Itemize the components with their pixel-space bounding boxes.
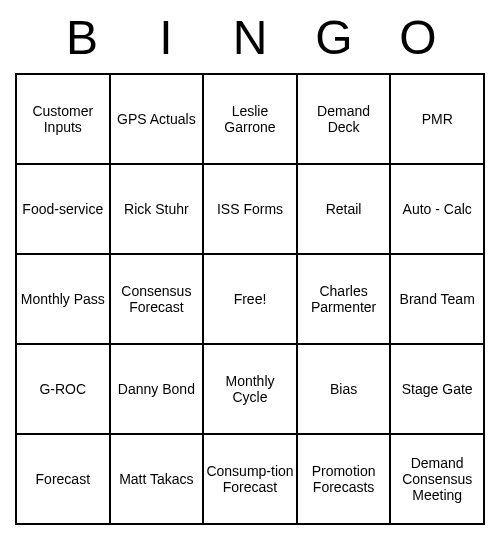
bingo-cell[interactable]: Stage Gate — [390, 344, 484, 434]
bingo-cell[interactable]: Promotion Forecasts — [297, 434, 391, 524]
header-letter-o: O — [376, 10, 460, 65]
bingo-cell[interactable]: Consensus Forecast — [110, 254, 204, 344]
bingo-row: G-ROC Danny Bond Monthly Cycle Bias Stag… — [16, 344, 484, 434]
header-letter-b: B — [40, 10, 124, 65]
bingo-row: Customer Inputs GPS Actuals Leslie Garro… — [16, 74, 484, 164]
bingo-row: Monthly Pass Consensus Forecast Free! Ch… — [16, 254, 484, 344]
header-letter-i: I — [124, 10, 208, 65]
bingo-header: B I N G O — [15, 10, 485, 65]
bingo-cell-free[interactable]: Free! — [203, 254, 297, 344]
bingo-cell[interactable]: PMR — [390, 74, 484, 164]
bingo-card: Customer Inputs GPS Actuals Leslie Garro… — [15, 73, 485, 525]
bingo-cell[interactable]: Retail — [297, 164, 391, 254]
bingo-cell[interactable]: Rick Stuhr — [110, 164, 204, 254]
bingo-row: Forecast Matt Takacs Consump-tion Foreca… — [16, 434, 484, 524]
bingo-cell[interactable]: G-ROC — [16, 344, 110, 434]
header-letter-n: N — [208, 10, 292, 65]
bingo-cell[interactable]: Demand Consensus Meeting — [390, 434, 484, 524]
bingo-cell[interactable]: Monthly Cycle — [203, 344, 297, 434]
bingo-cell[interactable]: Auto - Calc — [390, 164, 484, 254]
bingo-cell[interactable]: GPS Actuals — [110, 74, 204, 164]
bingo-cell[interactable]: Charles Parmenter — [297, 254, 391, 344]
bingo-cell[interactable]: ISS Forms — [203, 164, 297, 254]
bingo-cell[interactable]: Matt Takacs — [110, 434, 204, 524]
bingo-cell[interactable]: Leslie Garrone — [203, 74, 297, 164]
bingo-cell[interactable]: Consump-tion Forecast — [203, 434, 297, 524]
bingo-cell[interactable]: Customer Inputs — [16, 74, 110, 164]
bingo-cell[interactable]: Monthly Pass — [16, 254, 110, 344]
bingo-cell[interactable]: Danny Bond — [110, 344, 204, 434]
bingo-cell[interactable]: Forecast — [16, 434, 110, 524]
bingo-cell[interactable]: Brand Team — [390, 254, 484, 344]
bingo-cell[interactable]: Demand Deck — [297, 74, 391, 164]
bingo-row: Food-service Rick Stuhr ISS Forms Retail… — [16, 164, 484, 254]
header-letter-g: G — [292, 10, 376, 65]
bingo-cell[interactable]: Food-service — [16, 164, 110, 254]
bingo-cell[interactable]: Bias — [297, 344, 391, 434]
